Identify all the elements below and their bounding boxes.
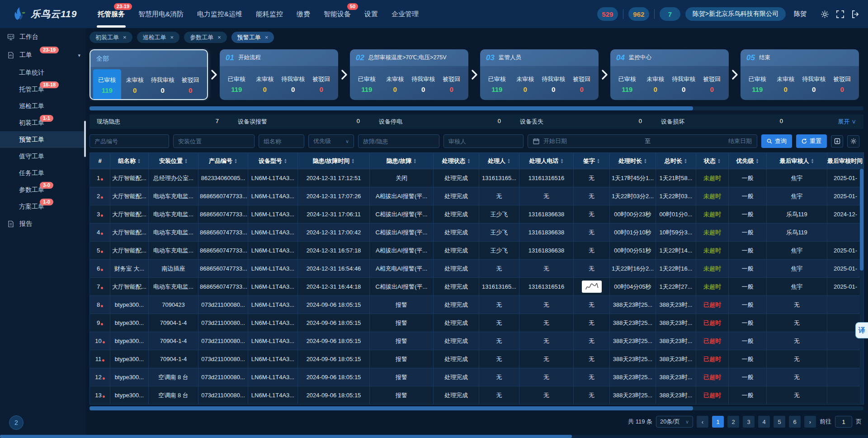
sidebar-subitem[interactable]: 参数工单3-0 (0, 181, 86, 198)
flow-step-card[interactable]: 03监管人员已审核119未审核0待我审核0被驳回0 (480, 49, 599, 100)
sidebar-item[interactable]: 报告 (0, 215, 86, 233)
flow-stat[interactable]: 待我审核0 (279, 68, 307, 100)
column-header[interactable]: 最后审核人▲▼ (767, 153, 827, 169)
alarm-counter[interactable]: 962 (628, 7, 649, 21)
sort-icon[interactable]: ▲▼ (717, 158, 721, 164)
flow-stat[interactable]: 被驳回0 (438, 68, 466, 100)
table-row[interactable]: 9btype300...70904-1-4073d21100080...LN6M… (90, 314, 864, 332)
page-button[interactable]: 6 (789, 416, 801, 428)
flow-stat[interactable]: 待我审核0 (539, 68, 568, 100)
workorder-tab[interactable]: 参数工单× (184, 32, 227, 43)
flow-step-card[interactable]: 01开始流程已审核119未审核0待我审核0被驳回0 (220, 49, 338, 100)
table-vertical-scrollbar-thumb[interactable] (860, 169, 863, 271)
flow-step-card[interactable]: 04监控中心已审核119未审核0待我审核0被驳回0 (610, 49, 729, 100)
install-location-input[interactable] (173, 134, 255, 148)
column-header[interactable]: 处理人▲▼ (479, 153, 519, 169)
column-header[interactable]: 组名称▲▼ (110, 153, 149, 169)
sort-icon[interactable]: ▲▼ (507, 158, 510, 164)
page-button[interactable]: 5 (774, 416, 785, 428)
fault-input[interactable] (358, 134, 439, 148)
nav-item[interactable]: 能耗监控 (256, 0, 283, 28)
table-row[interactable]: 10btype300...70904-1-4073d21100080...LN6… (90, 332, 864, 350)
next-page-button[interactable]: › (804, 416, 816, 428)
sort-icon[interactable]: ▲▼ (467, 158, 471, 164)
nav-item[interactable]: 设置 (364, 0, 378, 28)
priority-select[interactable]: 优先级∨ (308, 134, 354, 148)
column-header[interactable]: 处理状态▲▼ (434, 153, 479, 169)
page-button[interactable]: 1 (712, 416, 724, 428)
column-header[interactable]: 签字▲▼ (574, 153, 610, 169)
flow-stat[interactable]: 未审核0 (772, 68, 800, 100)
sort-icon[interactable]: ▲▼ (597, 158, 600, 164)
alarm-counter[interactable]: 7 (660, 7, 680, 21)
table-row[interactable]: 4大厅智能配...电动车充电监...8686560747733...LN6M-L… (90, 224, 864, 242)
close-icon[interactable]: × (170, 34, 174, 41)
flow-stat[interactable]: 被驳回0 (568, 68, 596, 100)
sidebar-subitem[interactable]: 工单统计 (0, 64, 86, 81)
sort-icon[interactable]: ▲▼ (234, 158, 237, 164)
flow-stat[interactable]: 已审核119 (613, 68, 642, 100)
column-settings-button[interactable] (847, 135, 859, 148)
sidebar-subitem[interactable]: 初装工单1-1 (0, 114, 86, 131)
table-row[interactable]: 8btype300...7090423073d21100080...LN6M-L… (90, 296, 864, 314)
sort-icon[interactable]: ▲▼ (137, 158, 141, 164)
sidebar-subitem[interactable]: 托管工单18-18 (0, 81, 86, 98)
sort-icon[interactable]: ▲▼ (644, 158, 647, 164)
table-row[interactable]: 1大厅智能配...总经理办公室...862334060085...LN6M-L1… (90, 169, 864, 187)
column-header[interactable]: # (90, 153, 110, 169)
sidebar-item[interactable]: 工单23-19▾ (0, 46, 86, 64)
company-selector[interactable]: 陈贺>新北京乐鸟科技有限公司 (685, 7, 786, 21)
sidebar-subitem[interactable]: 巡检工单 (0, 98, 86, 114)
table-row[interactable]: 3大厅智能配...电动车充电监...8686560747733...LN6M-L… (90, 205, 864, 224)
column-header[interactable]: 最后审核时间▲▼ (827, 153, 864, 169)
translate-float-button[interactable]: 译 (855, 322, 868, 338)
column-header[interactable]: 隐患/故障时间▲▼ (298, 153, 370, 169)
sidebar-scrollbar[interactable] (84, 121, 86, 157)
flow-stat[interactable]: 待我审核0 (800, 68, 828, 100)
column-header[interactable]: 总时长▲▼ (656, 153, 696, 169)
fullscreen-icon[interactable] (836, 10, 844, 19)
page-horizontal-scrollbar-thumb[interactable] (0, 435, 572, 438)
table-row[interactable]: 7大厅智能配...电动车充电监...8686560747733...LN6M-L… (90, 278, 864, 296)
sidebar-subitem[interactable]: 方案工单1-0 (0, 198, 86, 215)
table-row[interactable]: 13btype300...空调南 8 台073d21100080...LN6M-… (90, 386, 864, 405)
table-row[interactable]: 6财务室 大...南边插座8686560747733...LN6M-L1T4A3… (90, 260, 864, 278)
page-button[interactable]: 2 (727, 416, 739, 428)
table-horizontal-scrollbar-thumb[interactable] (90, 406, 693, 410)
nav-item[interactable]: 电力监控&运维 (197, 0, 242, 28)
column-header[interactable]: 优先级▲▼ (729, 153, 767, 169)
flow-stat[interactable]: 已审核119 (222, 68, 251, 100)
auditor-input[interactable] (443, 134, 524, 148)
export-button[interactable] (831, 135, 843, 148)
flow-stat[interactable]: 被驳回0 (177, 69, 205, 100)
flow-step-card[interactable]: 全部已审核119未审核0待我审核0被驳回0 (90, 49, 208, 100)
logout-icon[interactable] (851, 10, 860, 19)
prev-page-button[interactable]: ‹ (697, 416, 708, 428)
sort-icon[interactable]: ▲▼ (284, 158, 287, 164)
column-header[interactable]: 处理人电话▲▼ (519, 153, 574, 169)
table-row[interactable]: 11btype300...70904-1-4073d21100080...LN6… (90, 350, 864, 368)
flow-stat[interactable]: 待我审核0 (149, 69, 177, 100)
page-button[interactable]: 3 (743, 416, 755, 428)
flow-stat[interactable]: 被驳回0 (698, 68, 726, 100)
sort-icon[interactable]: ▲▼ (684, 158, 687, 164)
flow-stat[interactable]: 未审核0 (642, 68, 670, 100)
sort-icon[interactable]: ▲▼ (413, 158, 416, 164)
flow-stat[interactable]: 未审核0 (381, 68, 410, 100)
flow-stat[interactable]: 已审核119 (743, 68, 772, 100)
column-header[interactable]: 安装位置▲▼ (149, 153, 198, 169)
column-header[interactable]: 状态▲▼ (696, 153, 729, 169)
product-code-input[interactable] (90, 134, 169, 148)
workorder-tab[interactable]: 初装工单× (90, 32, 132, 43)
username[interactable]: 陈贺 (794, 10, 807, 18)
flow-step-card[interactable]: 02总部审核温度>70℃;电压>275V已审核119未审核0待我审核0被驳回0 (350, 49, 468, 100)
sort-icon[interactable]: ▲▼ (184, 158, 188, 164)
column-header[interactable]: 处理时长▲▼ (610, 153, 656, 169)
nav-item[interactable]: 托管服务23-19 (98, 0, 125, 28)
search-button[interactable]: 查询 (761, 134, 792, 148)
group-name-input[interactable] (259, 134, 304, 148)
float-badge[interactable]: 2 (9, 415, 24, 430)
sort-icon[interactable]: ▲▼ (811, 158, 814, 164)
date-range-picker[interactable]: 开始日期 至 结束日期 (528, 134, 757, 148)
alarm-counter[interactable]: 529 (597, 7, 618, 21)
